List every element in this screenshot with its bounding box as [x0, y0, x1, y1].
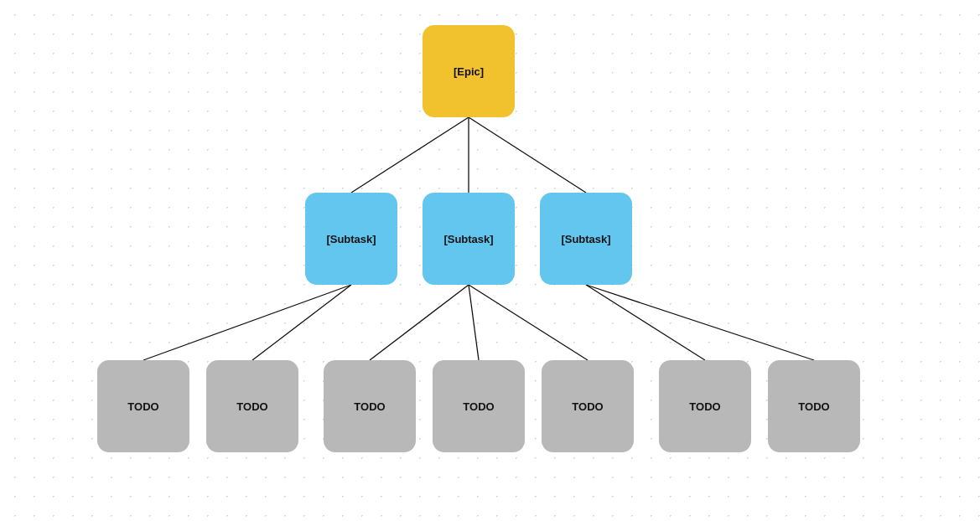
node-todo-6[interactable]: TODO — [659, 360, 751, 452]
node-todo-2[interactable]: TODO — [206, 360, 298, 452]
node-todo-5-label: TODO — [572, 400, 603, 413]
diagram-canvas[interactable]: [Epic] [Subtask] [Subtask] [Subtask] TOD… — [0, 0, 980, 521]
node-todo-2-label: TODO — [236, 400, 267, 413]
node-subtask-3-label: [Subtask] — [561, 233, 610, 245]
node-todo-1-label: TODO — [127, 400, 158, 413]
node-todo-3[interactable]: TODO — [324, 360, 416, 452]
edge-epic-sub3 — [469, 117, 586, 193]
edge-sub3-todo7 — [586, 285, 814, 360]
node-epic[interactable]: [Epic] — [423, 25, 515, 117]
node-todo-3-label: TODO — [354, 400, 385, 413]
edge-sub2-todo4 — [469, 285, 479, 360]
edge-sub3-todo6 — [586, 285, 705, 360]
edge-epic-sub1 — [351, 117, 469, 193]
node-subtask-2[interactable]: [Subtask] — [423, 193, 515, 285]
node-todo-7[interactable]: TODO — [768, 360, 860, 452]
node-subtask-1-label: [Subtask] — [326, 233, 376, 245]
edge-sub1-todo1 — [143, 285, 351, 360]
node-todo-4[interactable]: TODO — [433, 360, 525, 452]
node-subtask-1[interactable]: [Subtask] — [305, 193, 397, 285]
node-todo-1[interactable]: TODO — [97, 360, 189, 452]
node-todo-4-label: TODO — [463, 400, 494, 413]
edge-sub2-todo3 — [370, 285, 469, 360]
node-subtask-2-label: [Subtask] — [443, 233, 493, 245]
node-epic-label: [Epic] — [454, 65, 484, 78]
node-todo-7-label: TODO — [798, 400, 829, 413]
edge-sub2-todo5 — [469, 285, 588, 360]
node-todo-5[interactable]: TODO — [542, 360, 634, 452]
node-subtask-3[interactable]: [Subtask] — [540, 193, 632, 285]
edge-sub1-todo2 — [252, 285, 351, 360]
node-todo-6-label: TODO — [689, 400, 720, 413]
